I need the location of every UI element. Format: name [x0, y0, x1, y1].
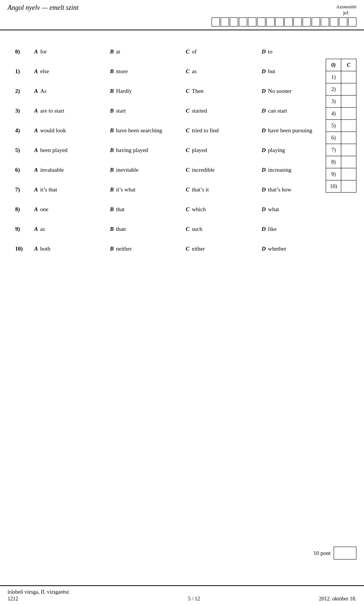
header-right: Azonosítójel:	[212, 4, 356, 27]
id-box-16[interactable]	[348, 17, 356, 27]
option-letter-4-3: D	[262, 127, 266, 134]
answer-cell-4[interactable]	[341, 120, 356, 132]
answer-row-num-9: 10)	[326, 180, 341, 193]
option-6-2: Cincredible	[186, 166, 262, 173]
question-options-3: Aare to startBstartCstartedDcan start	[34, 107, 349, 114]
option-letter-5-1: B	[110, 147, 114, 154]
option-7-0: Ait’s that	[34, 186, 110, 193]
option-letter-10-1: B	[110, 246, 114, 252]
question-options-8: AoneBthatCwhichDwhat	[34, 205, 349, 213]
option-text-7-1: it’s what	[116, 187, 186, 193]
id-box-12[interactable]	[312, 17, 320, 27]
main-content: 0)AforBatCofDto1)AelseBmoreCasDbut2)AAsB…	[0, 30, 364, 270]
question-options-9: AasBthanCsuchDlike	[34, 225, 349, 232]
answer-table-header-num: 0)	[326, 59, 341, 71]
option-letter-8-3: D	[262, 206, 266, 213]
id-box-6[interactable]	[257, 17, 265, 27]
id-box-5[interactable]	[248, 17, 256, 27]
answer-row-num-5: 6)	[326, 132, 341, 144]
question-row-10: 10)AbothBneitherCeitherDwhether	[15, 243, 349, 259]
id-box-15[interactable]	[339, 17, 347, 27]
question-options-7: Ait’s thatBit’s whatCthat’s itDthat’s ho…	[34, 186, 349, 193]
option-9-1: Bthan	[110, 225, 186, 232]
questions-section: 0)AforBatCofDto1)AelseBmoreCasDbut2)AAsB…	[15, 45, 349, 259]
answer-row-num-2: 3)	[326, 96, 341, 108]
footer-page: 5 / 12	[188, 596, 200, 602]
answer-cell-5[interactable]	[341, 132, 356, 144]
option-letter-0-2: C	[186, 49, 190, 55]
answer-row-num-8: 9)	[326, 168, 341, 180]
question-options-5: Abeen playedBhaving playedCplayedDplayin…	[34, 146, 349, 154]
option-text-7-0: it’s that	[40, 187, 110, 193]
question-num-8: 8)	[15, 205, 34, 213]
question-options-10: AbothBneitherCeitherDwhether	[34, 245, 349, 252]
id-box-11[interactable]	[303, 17, 311, 27]
answer-cell-2[interactable]	[341, 96, 356, 108]
option-text-6-0: invaluable	[40, 167, 110, 173]
question-row-1: 1)AelseBmoreCasDbut	[15, 65, 349, 82]
id-box-4[interactable]	[239, 17, 247, 27]
answer-cell-0[interactable]	[341, 71, 356, 83]
question-num-7: 7)	[15, 186, 34, 193]
score-box[interactable]	[334, 547, 356, 560]
answer-table-header-c: C	[341, 59, 356, 71]
answer-cell-6[interactable]	[341, 144, 356, 156]
option-8-2: Cwhich	[186, 205, 262, 213]
option-0-3: Dto	[262, 48, 337, 55]
option-letter-9-3: D	[262, 226, 266, 232]
option-6-0: Ainvaluable	[34, 166, 110, 173]
option-text-6-2: incredible	[192, 167, 262, 173]
option-letter-10-0: A	[34, 246, 38, 252]
option-letter-2-0: A	[34, 88, 38, 94]
option-3-0: Aare to start	[34, 107, 110, 114]
id-box-9[interactable]	[284, 17, 293, 27]
question-row-4: 4)Awould lookBhave been searchingCtried …	[15, 124, 349, 141]
option-text-10-0: both	[40, 246, 110, 252]
id-box-1[interactable]	[212, 17, 220, 27]
question-row-9: 9)AasBthanCsuchDlike	[15, 223, 349, 240]
answer-cell-7[interactable]	[341, 156, 356, 168]
option-9-0: Aas	[34, 225, 110, 232]
option-text-2-2: Then	[192, 88, 262, 94]
answer-row-num-4: 5)	[326, 120, 341, 132]
id-box-13[interactable]	[321, 17, 329, 27]
id-box-7[interactable]	[266, 17, 275, 27]
option-text-5-0: been played	[40, 147, 110, 154]
option-letter-6-0: A	[34, 167, 38, 173]
option-letter-8-2: C	[186, 206, 190, 213]
answer-row-num-0: 1)	[326, 71, 341, 83]
answer-cell-8[interactable]	[341, 168, 356, 180]
option-letter-7-1: B	[110, 187, 114, 193]
option-text-4-0: would look	[40, 127, 110, 134]
answer-cell-9[interactable]	[341, 180, 356, 193]
option-text-8-3: what	[268, 206, 337, 213]
id-box-3[interactable]	[230, 17, 238, 27]
id-box-8[interactable]	[275, 17, 284, 27]
question-options-6: AinvaluableBinevitableCincredibleDincrea…	[34, 166, 349, 173]
option-letter-9-0: A	[34, 226, 38, 232]
option-text-7-2: that’s it	[192, 187, 262, 193]
option-text-3-0: are to start	[40, 108, 110, 114]
question-num-0: 0)	[15, 48, 34, 55]
option-letter-7-0: A	[34, 187, 38, 193]
question-options-0: AforBatCofDto	[34, 48, 349, 55]
option-text-0-2: of	[192, 49, 262, 55]
id-box-14[interactable]	[330, 17, 338, 27]
option-9-3: Dlike	[262, 225, 337, 232]
option-10-2: Ceither	[186, 245, 262, 252]
question-options-1: AelseBmoreCasDbut	[34, 67, 349, 75]
id-box-10[interactable]	[293, 17, 302, 27]
id-box-2[interactable]	[221, 17, 229, 27]
answer-cell-3[interactable]	[341, 108, 356, 120]
option-letter-0-0: A	[34, 49, 38, 55]
option-letter-8-0: A	[34, 206, 38, 213]
option-letter-6-3: D	[262, 167, 266, 173]
option-text-3-1: start	[116, 108, 186, 114]
option-letter-2-2: C	[186, 88, 190, 94]
option-text-1-2: as	[192, 68, 262, 75]
option-0-2: Cof	[186, 48, 262, 55]
option-letter-5-3: D	[262, 147, 266, 154]
answer-row-num-3: 4)	[326, 108, 341, 120]
option-5-1: Bhaving played	[110, 146, 186, 154]
answer-cell-1[interactable]	[341, 83, 356, 96]
